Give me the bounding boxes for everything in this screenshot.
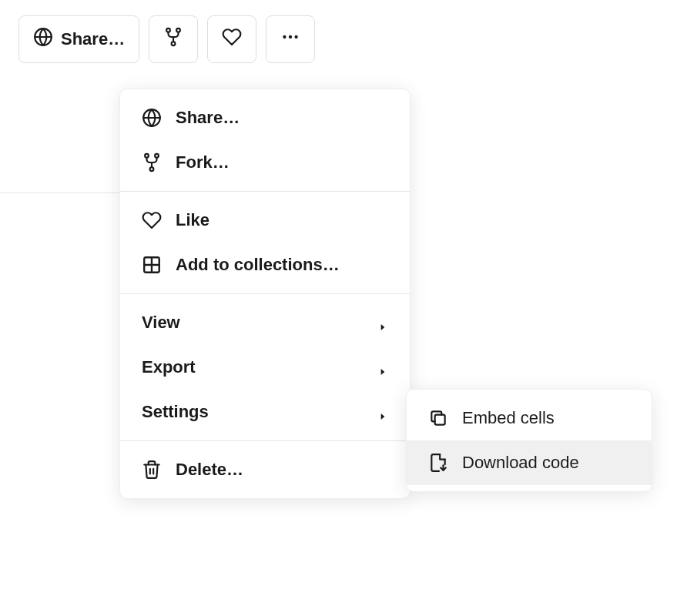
globe-icon (142, 108, 162, 128)
toolbar: Share… (0, 0, 687, 79)
menu-item-add-collections[interactable]: Add to collections… (120, 243, 410, 287)
svg-rect-18 (435, 415, 445, 425)
menu-item-delete[interactable]: Delete… (120, 447, 410, 492)
menu-item-settings[interactable]: Settings (120, 390, 410, 434)
submenu-item-label: Download code (462, 453, 579, 473)
submenu-item-embed-cells[interactable]: Embed cells (407, 396, 652, 440)
more-dropdown: Share… Fork… Like (119, 89, 411, 499)
fork-icon (163, 27, 183, 52)
file-download-icon (428, 453, 448, 473)
menu-item-export[interactable]: Export (120, 345, 410, 390)
export-submenu: Embed cells Download code (406, 389, 652, 492)
globe-icon (33, 27, 53, 52)
share-button[interactable]: Share… (18, 15, 139, 63)
menu-item-label: Share… (176, 108, 388, 128)
menu-item-label: View (142, 313, 377, 333)
menu-item-share[interactable]: Share… (120, 95, 410, 140)
svg-point-7 (295, 35, 298, 38)
chevron-right-icon (377, 407, 388, 417)
chevron-right-icon (377, 362, 388, 373)
grid-icon (142, 255, 162, 275)
more-horizontal-icon (280, 27, 300, 52)
heart-icon (222, 27, 242, 52)
menu-item-label: Fork… (176, 152, 388, 172)
submenu-item-download-code[interactable]: Download code (407, 440, 652, 485)
share-button-label: Share… (61, 29, 125, 49)
menu-item-label: Settings (142, 402, 377, 422)
trash-icon (142, 460, 162, 480)
like-button[interactable] (207, 15, 256, 63)
menu-item-like[interactable]: Like (120, 198, 410, 243)
menu-item-fork[interactable]: Fork… (120, 140, 410, 185)
fork-button[interactable] (149, 15, 198, 63)
menu-item-view[interactable]: View (120, 300, 410, 345)
copy-icon (428, 408, 448, 428)
svg-point-6 (289, 35, 292, 38)
submenu-item-label: Embed cells (462, 408, 555, 428)
more-button[interactable] (266, 15, 315, 63)
svg-point-5 (283, 35, 286, 38)
menu-item-label: Export (142, 357, 377, 377)
menu-item-label: Delete… (176, 460, 388, 480)
chevron-right-icon (377, 317, 388, 328)
divider (0, 192, 119, 193)
fork-icon (142, 152, 162, 172)
menu-item-label: Like (176, 210, 388, 230)
menu-item-label: Add to collections… (176, 255, 388, 275)
heart-icon (142, 210, 162, 230)
